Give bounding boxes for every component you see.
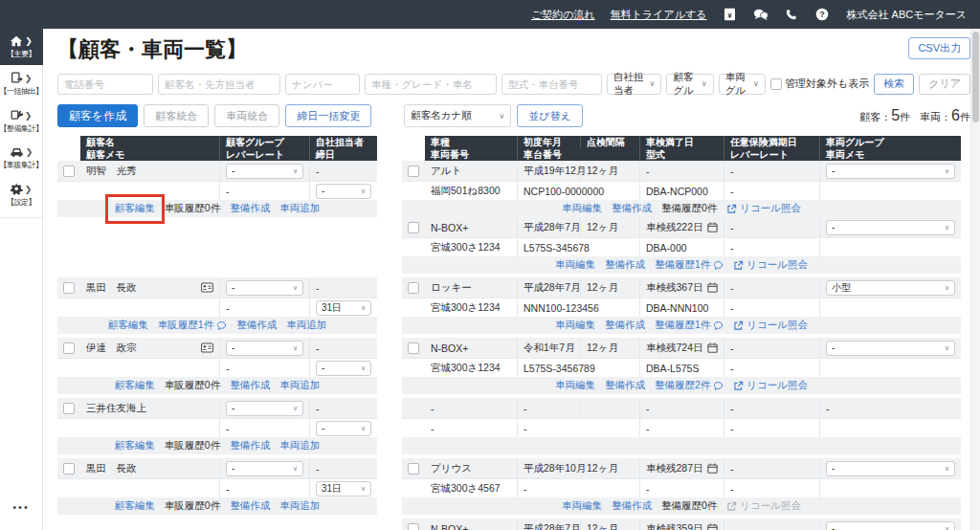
help-icon[interactable]: ? [814, 7, 830, 22]
customer-group-select[interactable]: -∨ [226, 341, 303, 356]
chat-icon[interactable] [753, 7, 768, 22]
customer-action-link[interactable]: 整備作成 [230, 379, 270, 392]
vehicle-action-link[interactable]: 車両編集 [555, 258, 595, 272]
scrollbar-thumb[interactable] [972, 32, 979, 122]
sidebar-item-export[interactable]: ❯【一括抽出】 [0, 65, 43, 102]
customer-action-link[interactable]: 顧客編集 [115, 439, 155, 453]
vehicle-action-link[interactable]: リコール照会 [733, 379, 808, 392]
vehicle-action-link[interactable]: 整備作成 [605, 379, 645, 392]
closing-day-select[interactable]: 31日∨ [316, 481, 371, 497]
search-button[interactable]: 検索 [874, 74, 914, 95]
merge-vehicle-button[interactable]: 車両統合 [214, 104, 279, 127]
phone-search-input[interactable] [57, 74, 153, 95]
calendar-icon[interactable] [707, 282, 718, 293]
customer-action-link[interactable]: 車販履歴1件 [158, 319, 227, 332]
closing-day-select[interactable]: 31日∨ [316, 300, 371, 316]
vehicle-group-select[interactable]: -∨ [826, 341, 955, 356]
row-checkbox[interactable] [408, 463, 419, 475]
calendar-icon[interactable] [707, 463, 718, 474]
vehicle-group-select[interactable]: -∨ [826, 461, 955, 476]
customer-action-link[interactable]: 車両追加 [286, 319, 326, 332]
customer-action-link[interactable]: 車両追加 [279, 202, 320, 215]
customer-group-select[interactable]: -∨ [226, 461, 303, 476]
vehicle-group-select[interactable]: 小型∨ [826, 280, 955, 296]
model-search-input[interactable] [365, 74, 497, 95]
free-trial-link[interactable]: 無料トライアルする [611, 8, 707, 22]
vehicle-action-link[interactable]: 整備履歴1件 [655, 258, 724, 272]
vehicle-action-link[interactable]: 整備作成 [612, 202, 652, 215]
contract-flow-link[interactable]: ご契約の流れ [531, 8, 595, 22]
customer-action-link[interactable]: 整備作成 [230, 439, 270, 453]
merge-customer-button[interactable]: 顧客統合 [144, 104, 209, 127]
sort-order-select[interactable]: 顧客名カナ順∨ [404, 104, 511, 127]
sort-button[interactable]: 並び替え [517, 104, 583, 127]
customer-action-link[interactable]: 顧客編集 [115, 499, 155, 513]
vehicle-action-link[interactable]: 車両編集 [555, 319, 595, 332]
plate-number-search-input[interactable] [285, 74, 360, 95]
vehicle-group-select[interactable]: -∨ [826, 521, 955, 530]
staff-select[interactable]: 自社担当者∨ [607, 74, 661, 95]
vehicle-group-select[interactable]: -∨ [826, 164, 955, 179]
vehicle-action-link[interactable]: 整備作成 [605, 319, 645, 332]
closing-day-select[interactable]: -∨ [316, 184, 371, 199]
vehicle-number-row: 福岡501ね8300NCP100-0000000DBA-NCP000- [402, 181, 961, 200]
customer-action-link[interactable]: 整備作成 [230, 202, 270, 215]
model-code-cell: DBA-L575S [640, 359, 724, 377]
phone-icon[interactable] [784, 7, 799, 22]
vehicle-action-link[interactable]: 整備作成 [605, 258, 645, 272]
vehicle-action-link[interactable]: リコール照会 [726, 202, 801, 215]
code-search-input[interactable] [501, 74, 602, 95]
row-checkbox[interactable] [408, 282, 419, 294]
vehicle-group-select[interactable]: 車両グル∨ [719, 74, 766, 95]
sidebar-item-gear[interactable]: ❯【設定】 [0, 176, 43, 213]
csv-export-button[interactable]: CSV出力 [908, 37, 970, 59]
customer-action-link[interactable]: 整備作成 [230, 499, 270, 513]
calendar-icon[interactable] [707, 342, 718, 353]
vehicle-action-link[interactable]: リコール照会 [733, 319, 808, 332]
show-unmanaged-checkbox[interactable] [770, 78, 782, 90]
closing-day-select[interactable]: -∨ [316, 421, 371, 436]
create-customer-button[interactable]: 顧客を作成 [57, 104, 138, 127]
vehicle-action-link[interactable]: リコール照会 [726, 499, 801, 513]
bulk-closing-change-button[interactable]: 締日一括変更 [285, 104, 371, 127]
customer-action-link[interactable]: 顧客編集 [108, 319, 148, 332]
vehicle-action-link[interactable]: 車両編集 [555, 379, 595, 392]
sidebar-more-button[interactable]: ••• [12, 501, 30, 513]
customer-action-link[interactable]: 車両追加 [279, 439, 320, 453]
clear-button[interactable]: クリア [919, 74, 970, 95]
row-checkbox[interactable] [63, 342, 75, 354]
sidebar-item-wrench[interactable]: ❯【整備集計】 [0, 102, 43, 140]
customer-action-link[interactable]: 車両追加 [279, 499, 320, 513]
row-checkbox[interactable] [408, 222, 419, 233]
row-checkbox[interactable] [408, 523, 419, 530]
sidebar-item-home[interactable]: ❯【主要】 [0, 29, 43, 65]
calendar-icon[interactable] [707, 222, 718, 232]
customer-action-link[interactable]: 整備作成 [236, 319, 277, 332]
vehicle-action-link[interactable]: 車両編集 [562, 499, 602, 513]
customer-action-link[interactable]: 顧客編集 [115, 379, 155, 392]
row-checkbox[interactable] [63, 282, 75, 294]
row-checkbox[interactable] [63, 403, 75, 414]
customer-group-select[interactable]: -∨ [226, 280, 303, 296]
customer-group-select[interactable]: -∨ [226, 164, 303, 179]
customer-action-link[interactable]: 車両追加 [279, 379, 320, 392]
sidebar-item-car[interactable]: ❯【車販集計】 [0, 140, 43, 176]
invoice-icon[interactable]: ¥ [723, 7, 738, 22]
vehicle-action-link[interactable]: 車両編集 [562, 202, 602, 215]
row-checkbox[interactable] [63, 463, 75, 475]
customer-group-select[interactable]: 顧客グル∨ [666, 74, 713, 95]
vehicle-action-link[interactable]: 整備履歴1件 [655, 319, 724, 332]
customer-name-search-input[interactable] [158, 74, 280, 95]
customer-group-select[interactable]: -∨ [226, 401, 303, 416]
vehicle-group-select[interactable]: -∨ [826, 220, 955, 235]
row-checkbox[interactable] [63, 166, 75, 177]
row-checkbox[interactable] [408, 166, 419, 177]
calendar-icon[interactable] [707, 523, 718, 530]
row-checkbox[interactable] [408, 342, 419, 354]
closing-day-select[interactable]: -∨ [316, 361, 371, 376]
customer-action-link[interactable]: 顧客編集 [115, 202, 155, 215]
vehicle-action-link[interactable]: 整備履歴2件 [655, 379, 724, 392]
vehicle-action-link[interactable]: 整備作成 [612, 499, 652, 513]
vehicle-action-link[interactable]: リコール照会 [733, 258, 808, 272]
first-registration-cell-text: 平成28年10月 [523, 462, 586, 475]
